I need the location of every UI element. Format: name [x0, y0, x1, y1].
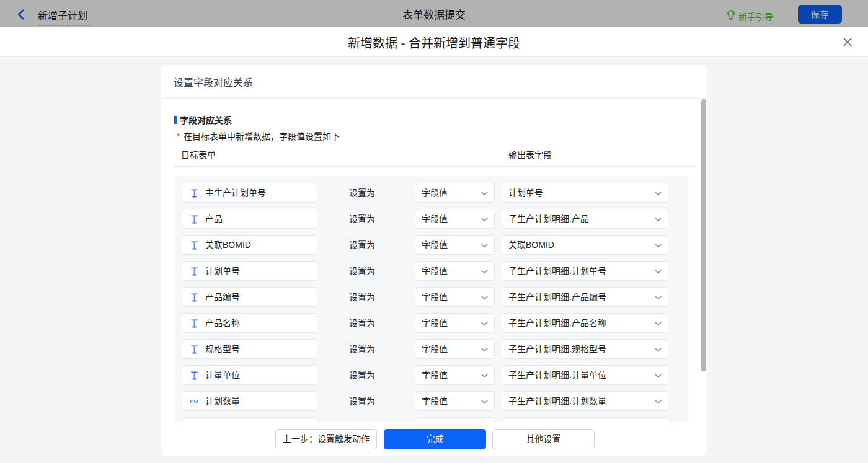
svg-text:123: 123: [189, 399, 198, 405]
